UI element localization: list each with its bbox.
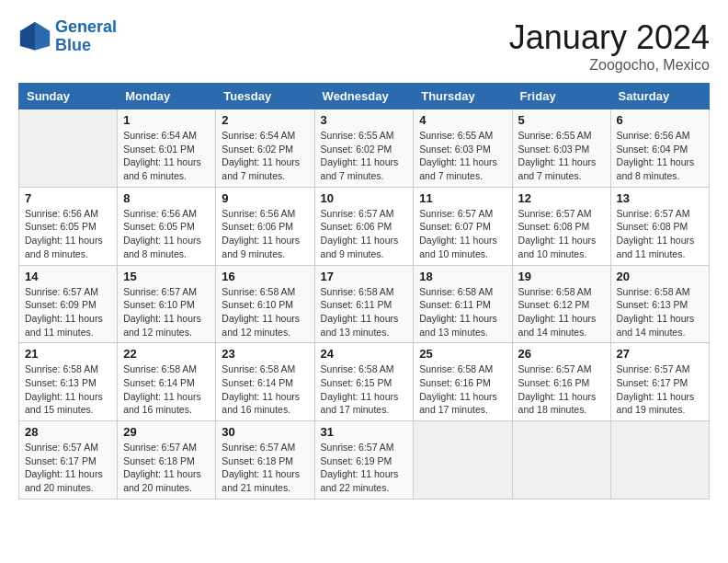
calendar-cell: 14Sunrise: 6:57 AM Sunset: 6:09 PM Dayli… bbox=[19, 265, 118, 343]
calendar-cell bbox=[610, 421, 709, 500]
day-info: Sunrise: 6:57 AM Sunset: 6:18 PM Dayligh… bbox=[123, 441, 210, 495]
calendar-cell: 4Sunrise: 6:55 AM Sunset: 6:03 PM Daylig… bbox=[414, 109, 512, 188]
day-info: Sunrise: 6:57 AM Sunset: 6:19 PM Dayligh… bbox=[321, 441, 408, 495]
day-info: Sunrise: 6:58 AM Sunset: 6:14 PM Dayligh… bbox=[123, 362, 210, 417]
day-info: Sunrise: 6:56 AM Sunset: 6:05 PM Dayligh… bbox=[123, 207, 210, 261]
day-info: Sunrise: 6:56 AM Sunset: 6:05 PM Dayligh… bbox=[25, 207, 111, 261]
calendar-cell: 8Sunrise: 6:56 AM Sunset: 6:05 PM Daylig… bbox=[118, 187, 216, 265]
day-number: 26 bbox=[518, 347, 605, 361]
header-row: SundayMondayTuesdayWednesdayThursdayFrid… bbox=[19, 84, 710, 109]
logo-icon bbox=[18, 20, 51, 53]
day-info: Sunrise: 6:54 AM Sunset: 6:01 PM Dayligh… bbox=[123, 129, 210, 183]
day-info: Sunrise: 6:58 AM Sunset: 6:14 PM Dayligh… bbox=[222, 362, 308, 417]
header-cell-saturday: Saturday bbox=[610, 84, 709, 109]
logo-line1: General bbox=[55, 17, 117, 36]
day-number: 30 bbox=[222, 425, 308, 439]
day-info: Sunrise: 6:57 AM Sunset: 6:06 PM Dayligh… bbox=[321, 207, 408, 261]
svg-marker-1 bbox=[35, 22, 50, 51]
day-number: 11 bbox=[419, 191, 506, 205]
day-number: 23 bbox=[222, 347, 308, 361]
calendar-cell: 28Sunrise: 6:57 AM Sunset: 6:17 PM Dayli… bbox=[19, 421, 118, 500]
day-info: Sunrise: 6:57 AM Sunset: 6:17 PM Dayligh… bbox=[617, 362, 703, 417]
calendar-week-row: 14Sunrise: 6:57 AM Sunset: 6:09 PM Dayli… bbox=[19, 265, 710, 343]
header-cell-monday: Monday bbox=[118, 84, 216, 109]
day-info: Sunrise: 6:58 AM Sunset: 6:13 PM Dayligh… bbox=[617, 285, 703, 339]
day-info: Sunrise: 6:57 AM Sunset: 6:09 PM Dayligh… bbox=[25, 285, 111, 339]
calendar-cell: 12Sunrise: 6:57 AM Sunset: 6:08 PM Dayli… bbox=[512, 187, 610, 265]
calendar-cell: 3Sunrise: 6:55 AM Sunset: 6:02 PM Daylig… bbox=[314, 109, 414, 188]
calendar-cell: 9Sunrise: 6:56 AM Sunset: 6:06 PM Daylig… bbox=[216, 187, 314, 265]
calendar-cell: 29Sunrise: 6:57 AM Sunset: 6:18 PM Dayli… bbox=[118, 421, 216, 500]
day-number: 21 bbox=[25, 347, 111, 361]
calendar-cell: 24Sunrise: 6:58 AM Sunset: 6:15 PM Dayli… bbox=[314, 343, 414, 421]
day-number: 22 bbox=[123, 347, 210, 361]
calendar-cell bbox=[512, 421, 610, 500]
day-number: 6 bbox=[617, 113, 703, 127]
calendar-cell: 17Sunrise: 6:58 AM Sunset: 6:11 PM Dayli… bbox=[314, 265, 414, 343]
day-number: 29 bbox=[123, 425, 210, 439]
calendar-cell: 2Sunrise: 6:54 AM Sunset: 6:02 PM Daylig… bbox=[216, 109, 314, 188]
day-info: Sunrise: 6:54 AM Sunset: 6:02 PM Dayligh… bbox=[222, 129, 308, 183]
calendar-cell: 18Sunrise: 6:58 AM Sunset: 6:11 PM Dayli… bbox=[414, 265, 512, 343]
page-header: General Blue January 2024 Zoogocho, Mexi… bbox=[18, 18, 710, 74]
day-info: Sunrise: 6:55 AM Sunset: 6:02 PM Dayligh… bbox=[321, 129, 408, 183]
day-info: Sunrise: 6:58 AM Sunset: 6:11 PM Dayligh… bbox=[419, 285, 506, 339]
day-number: 16 bbox=[222, 270, 308, 283]
day-number: 8 bbox=[123, 191, 210, 205]
calendar-cell: 25Sunrise: 6:58 AM Sunset: 6:16 PM Dayli… bbox=[414, 343, 512, 421]
day-info: Sunrise: 6:56 AM Sunset: 6:06 PM Dayligh… bbox=[222, 207, 308, 261]
day-info: Sunrise: 6:58 AM Sunset: 6:16 PM Dayligh… bbox=[419, 362, 506, 417]
header-cell-wednesday: Wednesday bbox=[314, 84, 414, 109]
logo-text: General Blue bbox=[55, 18, 117, 55]
calendar-cell: 10Sunrise: 6:57 AM Sunset: 6:06 PM Dayli… bbox=[314, 187, 414, 265]
day-info: Sunrise: 6:58 AM Sunset: 6:13 PM Dayligh… bbox=[25, 362, 111, 417]
calendar-cell: 16Sunrise: 6:58 AM Sunset: 6:10 PM Dayli… bbox=[216, 265, 314, 343]
day-number: 13 bbox=[617, 191, 703, 205]
day-info: Sunrise: 6:58 AM Sunset: 6:12 PM Dayligh… bbox=[518, 285, 605, 339]
day-info: Sunrise: 6:57 AM Sunset: 6:10 PM Dayligh… bbox=[123, 285, 210, 339]
logo: General Blue bbox=[18, 18, 117, 55]
calendar-cell bbox=[414, 421, 512, 500]
calendar-week-row: 7Sunrise: 6:56 AM Sunset: 6:05 PM Daylig… bbox=[19, 187, 710, 265]
day-number: 20 bbox=[617, 270, 703, 283]
day-number: 10 bbox=[321, 191, 408, 205]
header-cell-tuesday: Tuesday bbox=[216, 84, 314, 109]
day-number: 19 bbox=[518, 270, 605, 283]
title-section: January 2024 Zoogocho, Mexico bbox=[509, 18, 710, 74]
day-info: Sunrise: 6:56 AM Sunset: 6:04 PM Dayligh… bbox=[617, 129, 703, 183]
calendar-body: 1Sunrise: 6:54 AM Sunset: 6:01 PM Daylig… bbox=[19, 109, 710, 500]
svg-marker-2 bbox=[20, 22, 35, 51]
day-info: Sunrise: 6:57 AM Sunset: 6:16 PM Dayligh… bbox=[518, 362, 605, 417]
day-info: Sunrise: 6:58 AM Sunset: 6:15 PM Dayligh… bbox=[321, 362, 408, 417]
day-number: 28 bbox=[25, 425, 111, 439]
day-number: 24 bbox=[321, 347, 408, 361]
calendar-week-row: 1Sunrise: 6:54 AM Sunset: 6:01 PM Daylig… bbox=[19, 109, 710, 188]
location: Zoogocho, Mexico bbox=[509, 57, 710, 74]
calendar-cell: 31Sunrise: 6:57 AM Sunset: 6:19 PM Dayli… bbox=[314, 421, 414, 500]
calendar-cell: 13Sunrise: 6:57 AM Sunset: 6:08 PM Dayli… bbox=[610, 187, 709, 265]
day-info: Sunrise: 6:55 AM Sunset: 6:03 PM Dayligh… bbox=[419, 129, 506, 183]
day-number: 18 bbox=[419, 270, 506, 283]
day-number: 17 bbox=[321, 270, 408, 283]
day-info: Sunrise: 6:58 AM Sunset: 6:11 PM Dayligh… bbox=[321, 285, 408, 339]
header-cell-sunday: Sunday bbox=[19, 84, 118, 109]
day-number: 14 bbox=[25, 270, 111, 283]
day-number: 15 bbox=[123, 270, 210, 283]
header-cell-friday: Friday bbox=[512, 84, 610, 109]
header-cell-thursday: Thursday bbox=[414, 84, 512, 109]
day-number: 31 bbox=[321, 425, 408, 439]
calendar-cell: 30Sunrise: 6:57 AM Sunset: 6:18 PM Dayli… bbox=[216, 421, 314, 500]
day-number: 12 bbox=[518, 191, 605, 205]
calendar-table: SundayMondayTuesdayWednesdayThursdayFrid… bbox=[18, 83, 710, 500]
day-number: 27 bbox=[617, 347, 703, 361]
day-number: 9 bbox=[222, 191, 308, 205]
day-number: 2 bbox=[222, 113, 308, 127]
day-number: 7 bbox=[25, 191, 111, 205]
calendar-cell: 7Sunrise: 6:56 AM Sunset: 6:05 PM Daylig… bbox=[19, 187, 118, 265]
day-number: 3 bbox=[321, 113, 408, 127]
month-title: January 2024 bbox=[509, 18, 710, 57]
day-info: Sunrise: 6:57 AM Sunset: 6:18 PM Dayligh… bbox=[222, 441, 308, 495]
calendar-cell: 5Sunrise: 6:55 AM Sunset: 6:03 PM Daylig… bbox=[512, 109, 610, 188]
calendar-header: SundayMondayTuesdayWednesdayThursdayFrid… bbox=[19, 84, 710, 109]
calendar-cell bbox=[19, 109, 118, 188]
